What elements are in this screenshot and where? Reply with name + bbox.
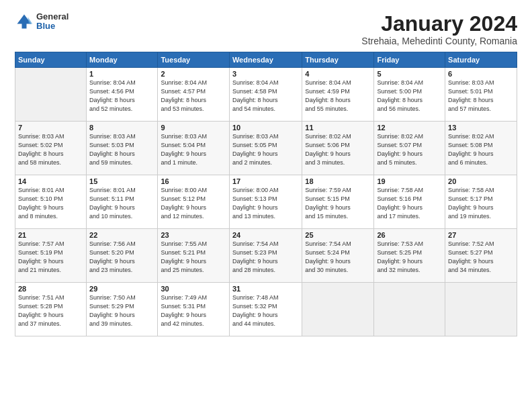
table-row (445, 283, 517, 336)
day-number: 19 (377, 177, 442, 185)
day-number: 12 (377, 124, 442, 132)
day-info: Sunrise: 7:58 AMSunset: 5:16 PMDaylight:… (377, 186, 442, 221)
calendar-week-3: 14Sunrise: 8:01 AMSunset: 5:10 PMDayligh… (15, 175, 517, 229)
day-info: Sunrise: 8:03 AMSunset: 5:01 PMDaylight:… (448, 79, 514, 113)
day-info: Sunrise: 7:59 AMSunset: 5:15 PMDaylight:… (305, 186, 371, 221)
calendar-week-2: 7Sunrise: 8:03 AMSunset: 5:02 PMDaylight… (15, 122, 517, 175)
day-number: 11 (305, 124, 371, 132)
calendar-table: Sunday Monday Tuesday Wednesday Thursday… (15, 52, 517, 336)
day-info: Sunrise: 7:58 AMSunset: 5:17 PMDaylight:… (448, 186, 514, 221)
col-header-monday: Monday (87, 52, 158, 68)
col-header-wednesday: Wednesday (229, 52, 302, 68)
day-number: 26 (377, 231, 442, 239)
day-number: 24 (232, 231, 299, 239)
day-info: Sunrise: 7:54 AMSunset: 5:23 PMDaylight:… (232, 240, 299, 275)
table-row: 1Sunrise: 8:04 AMSunset: 4:56 PMDaylight… (87, 68, 158, 122)
day-number: 13 (448, 124, 514, 132)
day-info: Sunrise: 7:57 AMSunset: 5:19 PMDaylight:… (18, 240, 83, 275)
calendar-week-4: 21Sunrise: 7:57 AMSunset: 5:19 PMDayligh… (15, 229, 517, 283)
table-row: 17Sunrise: 8:00 AMSunset: 5:13 PMDayligh… (229, 175, 302, 229)
table-row: 21Sunrise: 7:57 AMSunset: 5:19 PMDayligh… (15, 229, 87, 283)
day-number: 20 (448, 177, 514, 185)
header: General Blue January 2024 Strehaia, Mehe… (15, 12, 517, 46)
day-number: 22 (89, 231, 154, 239)
logo-icon (15, 12, 34, 31)
day-info: Sunrise: 8:04 AMSunset: 4:58 PMDaylight:… (232, 79, 299, 113)
table-row: 30Sunrise: 7:49 AMSunset: 5:31 PMDayligh… (158, 283, 230, 336)
table-row: 29Sunrise: 7:50 AMSunset: 5:29 PMDayligh… (87, 283, 158, 336)
table-row: 22Sunrise: 7:56 AMSunset: 5:20 PMDayligh… (87, 229, 158, 283)
day-info: Sunrise: 8:04 AMSunset: 4:56 PMDaylight:… (89, 79, 154, 113)
day-info: Sunrise: 8:02 AMSunset: 5:08 PMDaylight:… (448, 132, 514, 167)
day-info: Sunrise: 8:01 AMSunset: 5:10 PMDaylight:… (18, 186, 83, 221)
month-year-title: January 2024 (361, 12, 517, 36)
day-number: 4 (305, 70, 371, 78)
day-info: Sunrise: 7:52 AMSunset: 5:27 PMDaylight:… (448, 240, 514, 275)
day-number: 1 (89, 70, 154, 78)
col-header-sunday: Sunday (15, 52, 87, 68)
day-number: 3 (232, 70, 299, 78)
table-row: 28Sunrise: 7:51 AMSunset: 5:28 PMDayligh… (15, 283, 87, 336)
day-number: 27 (448, 231, 514, 239)
logo-blue: Blue (36, 21, 69, 31)
table-row: 11Sunrise: 8:02 AMSunset: 5:06 PMDayligh… (302, 122, 374, 175)
table-row: 8Sunrise: 8:03 AMSunset: 5:03 PMDaylight… (87, 122, 158, 175)
day-number: 2 (161, 70, 226, 78)
logo-text: General Blue (36, 12, 69, 32)
day-info: Sunrise: 8:03 AMSunset: 5:03 PMDaylight:… (89, 132, 154, 167)
table-row: 20Sunrise: 7:58 AMSunset: 5:17 PMDayligh… (445, 175, 517, 229)
day-number: 10 (232, 124, 299, 132)
day-info: Sunrise: 7:49 AMSunset: 5:31 PMDaylight:… (161, 293, 226, 328)
day-number: 29 (89, 285, 154, 293)
col-header-saturday: Saturday (445, 52, 517, 68)
table-row: 23Sunrise: 7:55 AMSunset: 5:21 PMDayligh… (158, 229, 230, 283)
day-info: Sunrise: 8:02 AMSunset: 5:07 PMDaylight:… (377, 132, 442, 167)
table-row: 26Sunrise: 7:53 AMSunset: 5:25 PMDayligh… (374, 229, 445, 283)
logo: General Blue (15, 12, 69, 32)
day-info: Sunrise: 7:56 AMSunset: 5:20 PMDaylight:… (89, 240, 154, 275)
table-row: 9Sunrise: 8:03 AMSunset: 5:04 PMDaylight… (158, 122, 230, 175)
table-row: 5Sunrise: 8:04 AMSunset: 5:00 PMDaylight… (374, 68, 445, 122)
table-row: 14Sunrise: 8:01 AMSunset: 5:10 PMDayligh… (15, 175, 87, 229)
day-number: 14 (18, 177, 83, 185)
day-info: Sunrise: 8:03 AMSunset: 5:02 PMDaylight:… (18, 132, 83, 167)
day-number: 21 (18, 231, 83, 239)
table-row: 31Sunrise: 7:48 AMSunset: 5:32 PMDayligh… (229, 283, 302, 336)
col-header-tuesday: Tuesday (158, 52, 230, 68)
day-number: 6 (448, 70, 514, 78)
table-row: 25Sunrise: 7:54 AMSunset: 5:24 PMDayligh… (302, 229, 374, 283)
table-row: 24Sunrise: 7:54 AMSunset: 5:23 PMDayligh… (229, 229, 302, 283)
day-info: Sunrise: 8:00 AMSunset: 5:13 PMDaylight:… (232, 186, 299, 221)
table-row: 3Sunrise: 8:04 AMSunset: 4:58 PMDaylight… (229, 68, 302, 122)
day-number: 28 (18, 285, 83, 293)
day-info: Sunrise: 8:00 AMSunset: 5:12 PMDaylight:… (161, 186, 226, 221)
page: General Blue January 2024 Strehaia, Mehe… (0, 0, 532, 411)
day-number: 30 (161, 285, 226, 293)
day-number: 17 (232, 177, 299, 185)
table-row: 10Sunrise: 8:03 AMSunset: 5:05 PMDayligh… (229, 122, 302, 175)
day-info: Sunrise: 7:50 AMSunset: 5:29 PMDaylight:… (89, 293, 154, 328)
table-row: 12Sunrise: 8:02 AMSunset: 5:07 PMDayligh… (374, 122, 445, 175)
title-block: January 2024 Strehaia, Mehedinti County,… (361, 12, 517, 46)
calendar-week-5: 28Sunrise: 7:51 AMSunset: 5:28 PMDayligh… (15, 283, 517, 336)
table-row (374, 283, 445, 336)
table-row (302, 283, 374, 336)
table-row: 7Sunrise: 8:03 AMSunset: 5:02 PMDaylight… (15, 122, 87, 175)
table-row: 13Sunrise: 8:02 AMSunset: 5:08 PMDayligh… (445, 122, 517, 175)
day-info: Sunrise: 7:54 AMSunset: 5:24 PMDaylight:… (305, 240, 371, 275)
day-info: Sunrise: 7:48 AMSunset: 5:32 PMDaylight:… (232, 293, 299, 328)
table-row: 6Sunrise: 8:03 AMSunset: 5:01 PMDaylight… (445, 68, 517, 122)
day-info: Sunrise: 7:55 AMSunset: 5:21 PMDaylight:… (161, 240, 226, 275)
day-number: 25 (305, 231, 371, 239)
day-info: Sunrise: 7:51 AMSunset: 5:28 PMDaylight:… (18, 293, 83, 328)
day-info: Sunrise: 8:04 AMSunset: 5:00 PMDaylight:… (377, 79, 442, 113)
calendar-week-1: 1Sunrise: 8:04 AMSunset: 4:56 PMDaylight… (15, 68, 517, 122)
col-header-thursday: Thursday (302, 52, 374, 68)
table-row: 27Sunrise: 7:52 AMSunset: 5:27 PMDayligh… (445, 229, 517, 283)
logo-general: General (36, 12, 69, 21)
day-info: Sunrise: 8:04 AMSunset: 4:57 PMDaylight:… (161, 79, 226, 113)
day-number: 31 (232, 285, 299, 293)
table-row: 19Sunrise: 7:58 AMSunset: 5:16 PMDayligh… (374, 175, 445, 229)
day-number: 9 (161, 124, 226, 132)
day-info: Sunrise: 8:03 AMSunset: 5:04 PMDaylight:… (161, 132, 226, 167)
